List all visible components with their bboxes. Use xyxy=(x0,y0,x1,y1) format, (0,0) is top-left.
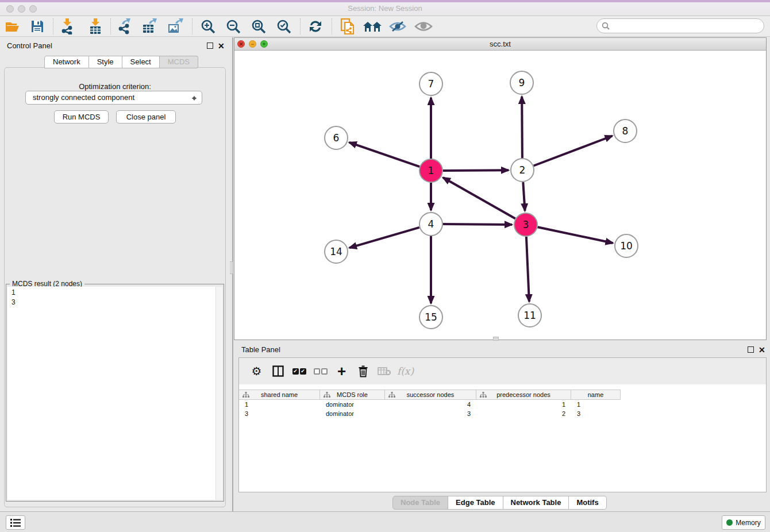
graph-edge-4-3[interactable] xyxy=(443,224,512,225)
graph-edge-2-3[interactable] xyxy=(523,182,525,211)
show-columns-button[interactable] xyxy=(267,363,288,380)
search-icon xyxy=(602,22,610,30)
toolbar-separator xyxy=(300,18,301,34)
table-toolbar: ⚙ ✔✔ + xyxy=(239,358,766,384)
zoom-selected-icon xyxy=(276,19,291,34)
column-label: MCDS role xyxy=(337,391,368,398)
deselect-all-button[interactable] xyxy=(310,363,331,380)
export-image-button[interactable] xyxy=(165,18,185,35)
tab-motifs[interactable]: Motifs xyxy=(569,496,606,510)
cell-predecessor-nodes[interactable]: 1 xyxy=(476,400,571,409)
memory-button[interactable]: Memory xyxy=(722,515,765,530)
column-header-predecessor-nodes[interactable]: predecessor nodes xyxy=(476,390,571,399)
tab-node-table[interactable]: Node Table xyxy=(392,496,448,510)
float-table-panel-icon[interactable] xyxy=(748,346,754,353)
show-eye-icon xyxy=(414,20,433,33)
graph-edge-4-14[interactable] xyxy=(349,228,419,248)
clone-network-button[interactable] xyxy=(338,18,357,35)
tab-network[interactable]: Network xyxy=(44,56,89,68)
dropdown-stepper-icon xyxy=(191,94,197,103)
close-panel-icon[interactable]: ✕ xyxy=(218,43,225,49)
graph-edge-1-2[interactable] xyxy=(443,170,509,171)
column-header-shared-name[interactable]: shared name xyxy=(239,390,320,399)
import-network-button[interactable] xyxy=(58,18,78,35)
graph-edge-3-1[interactable] xyxy=(443,178,515,219)
graph-node-label: 6 xyxy=(333,132,340,144)
tab-edge-table[interactable]: Edge Table xyxy=(448,496,503,510)
delete-table-icon xyxy=(378,367,391,376)
cell-shared-name[interactable]: 1 xyxy=(239,400,320,409)
column-header-mcds-role[interactable]: MCDS role xyxy=(320,390,385,399)
export-network-button[interactable] xyxy=(116,18,135,35)
trash-icon xyxy=(358,365,368,377)
cell-successor-nodes[interactable]: 4 xyxy=(385,400,476,409)
zoom-in-icon xyxy=(201,19,215,34)
cell-name[interactable]: 1 xyxy=(571,400,621,409)
search-input[interactable] xyxy=(613,22,764,30)
graph-node-label: 10 xyxy=(620,240,633,252)
tab-select[interactable]: Select xyxy=(122,56,160,68)
criterion-value: strongly connected component xyxy=(33,93,134,102)
result-line: 3 xyxy=(11,298,217,307)
cell-successor-nodes[interactable]: 3 xyxy=(385,409,476,418)
network-graph-canvas[interactable]: 7968124314101511 xyxy=(234,51,766,340)
vertical-splitter[interactable] xyxy=(232,37,233,511)
cell-name[interactable]: 3 xyxy=(571,409,621,418)
hide-eye-button[interactable] xyxy=(388,18,407,35)
cell-mcds-role[interactable]: dominator xyxy=(320,409,385,418)
import-network-icon xyxy=(60,18,75,34)
zoom-out-button[interactable] xyxy=(224,18,243,35)
close-table-panel-icon[interactable]: ✕ xyxy=(759,347,765,353)
mcds-result-group: MCDS result (2 nodes) 1 3 xyxy=(6,284,224,502)
tab-mcds[interactable]: MCDS xyxy=(160,56,198,68)
add-button[interactable]: + xyxy=(331,363,352,380)
refresh-button[interactable] xyxy=(306,18,325,35)
import-table-button[interactable] xyxy=(86,18,105,35)
graph-edge-2-9[interactable] xyxy=(522,97,522,158)
tab-network-table[interactable]: Network Table xyxy=(503,496,569,510)
column-label: shared name xyxy=(261,391,298,398)
result-scrollbar[interactable] xyxy=(215,287,222,500)
table-panel-title: Table Panel xyxy=(241,345,280,354)
tab-style[interactable]: Style xyxy=(89,56,122,68)
export-table-button[interactable] xyxy=(140,18,160,35)
criterion-dropdown[interactable]: strongly connected component xyxy=(25,91,202,105)
close-panel-button[interactable]: Close panel xyxy=(116,110,176,124)
save-floppy-icon xyxy=(30,20,44,33)
horizontal-splitter-grip[interactable] xyxy=(493,337,499,341)
table-row[interactable]: 1 dominator 4 1 1 xyxy=(239,400,621,409)
cell-predecessor-nodes[interactable]: 2 xyxy=(476,409,571,418)
graph-node-label: 9 xyxy=(519,77,525,88)
show-eye-button[interactable] xyxy=(414,18,433,35)
cell-mcds-role[interactable]: dominator xyxy=(320,400,385,409)
graph-edge-1-6[interactable] xyxy=(349,142,420,167)
delete-table-button[interactable] xyxy=(374,363,395,380)
zoom-fit-button[interactable] xyxy=(249,18,268,35)
zoom-in-button[interactable] xyxy=(198,18,218,35)
network-window-titlebar[interactable]: ✕ − + scc.txt xyxy=(234,38,766,51)
graph-edge-2-8[interactable] xyxy=(534,136,613,166)
float-panel-icon[interactable] xyxy=(207,43,213,49)
function-builder-button[interactable]: f(x) xyxy=(395,363,416,380)
table-row[interactable]: 3 dominator 3 2 3 xyxy=(239,409,621,418)
save-session-button[interactable] xyxy=(28,18,47,35)
graph-edge-3-11[interactable] xyxy=(526,237,529,302)
run-mcds-button[interactable]: Run MCDS xyxy=(54,110,109,124)
mcds-result-text[interactable]: 1 3 xyxy=(7,287,217,500)
hide-eye-icon xyxy=(389,20,406,33)
select-all-button[interactable]: ✔✔ xyxy=(288,363,310,380)
houses-button[interactable] xyxy=(363,18,382,35)
table-settings-button[interactable]: ⚙ xyxy=(246,363,267,380)
control-panel-title: Control Panel xyxy=(7,41,52,50)
export-network-icon xyxy=(117,18,133,34)
search-field[interactable] xyxy=(596,18,764,33)
column-header-successor-nodes[interactable]: successor nodes xyxy=(385,390,476,399)
zoom-selected-button[interactable] xyxy=(274,18,294,35)
cell-shared-name[interactable]: 3 xyxy=(239,409,320,418)
open-session-button[interactable] xyxy=(3,18,23,35)
task-history-button[interactable] xyxy=(6,515,25,530)
column-header-name[interactable]: name xyxy=(571,390,621,399)
column-label: predecessor nodes xyxy=(496,391,550,398)
delete-button[interactable] xyxy=(352,363,374,380)
graph-edge-3-10[interactable] xyxy=(538,227,613,243)
